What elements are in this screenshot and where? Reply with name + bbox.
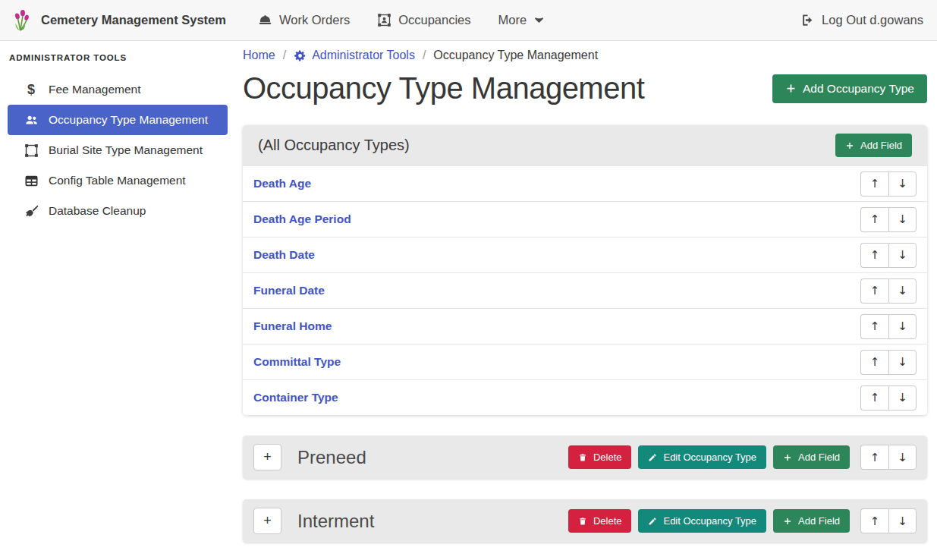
add-field-button[interactable]: Add Field <box>773 509 850 533</box>
reorder-controls: ↑ ↓ <box>860 314 917 339</box>
trash-icon <box>578 453 587 462</box>
sidebar-item-config-table-management[interactable]: Config Table Management <box>8 165 228 196</box>
plus-icon <box>785 83 797 94</box>
gear-icon <box>294 49 307 62</box>
reorder-controls: ↑ ↓ <box>860 243 917 268</box>
move-up-button[interactable]: ↑ <box>860 243 888 268</box>
section-title: Interment <box>297 511 568 532</box>
frame-icon <box>23 143 39 158</box>
field-row: Container Type ↑ ↓ <box>243 379 927 415</box>
delete-label: Delete <box>593 515 622 527</box>
field-link-death-age-period[interactable]: Death Age Period <box>253 212 351 226</box>
main-content: Home / Administrator Tools / Occupancy T… <box>235 41 937 560</box>
move-down-button[interactable]: ↓ <box>888 207 917 232</box>
field-row: Committal Type ↑ ↓ <box>243 344 927 379</box>
sidebar-item-label: Fee Management <box>49 83 141 96</box>
sidebar-item-fee-management[interactable]: $ Fee Management <box>8 74 228 105</box>
add-occupancy-type-button[interactable]: Add Occupancy Type <box>772 74 927 103</box>
field-link-container-type[interactable]: Container Type <box>253 391 338 404</box>
move-up-button[interactable]: ↑ <box>860 314 888 339</box>
sidebar-item-database-cleanup[interactable]: Database Cleanup <box>8 196 228 226</box>
field-link-funeral-home[interactable]: Funeral Home <box>253 319 332 333</box>
breadcrumb-current-label: Occupancy Type Management <box>433 49 598 62</box>
pencil-icon <box>648 453 657 462</box>
move-down-button[interactable]: ↓ <box>888 445 917 470</box>
field-link-death-age[interactable]: Death Age <box>253 177 311 190</box>
section-preneed: + Preneed Delete Edit Occupancy Type <box>243 436 927 479</box>
move-down-button[interactable]: ↓ <box>888 508 917 533</box>
move-down-button[interactable]: ↓ <box>888 171 917 197</box>
delete-button[interactable]: Delete <box>568 509 632 533</box>
move-up-button[interactable]: ↑ <box>860 385 888 411</box>
sidebar-item-label: Config Table Management <box>49 174 186 187</box>
move-down-button[interactable]: ↓ <box>888 278 917 304</box>
chevron-down-icon <box>533 14 545 26</box>
move-up-button[interactable]: ↑ <box>860 445 888 470</box>
nav-occupancies-label: Occupancies <box>398 13 470 27</box>
move-up-button[interactable]: ↑ <box>860 508 888 533</box>
breadcrumb-admin-tools-link[interactable]: Administrator Tools <box>294 49 415 62</box>
edit-occupancy-type-label: Edit Occupancy Type <box>663 515 756 527</box>
field-row: Death Age Period ↑ ↓ <box>243 201 927 237</box>
pencil-icon <box>648 517 657 526</box>
sidebar-item-label: Occupancy Type Management <box>49 113 208 127</box>
logout-button[interactable]: Log Out d.gowans <box>800 13 923 27</box>
edit-occupancy-type-button[interactable]: Edit Occupancy Type <box>638 509 766 533</box>
field-row: Death Age ↑ ↓ <box>243 165 927 201</box>
breadcrumb-admin-tools-label: Administrator Tools <box>312 49 415 62</box>
breadcrumb-home-link[interactable]: Home <box>243 49 275 62</box>
brand[interactable]: Cemetery Management System <box>11 8 226 33</box>
reorder-controls: ↑ ↓ <box>860 350 917 375</box>
plus-icon <box>783 517 792 526</box>
sidebar-item-occupancy-type-management[interactable]: Occupancy Type Management <box>8 105 228 135</box>
add-field-button[interactable]: Add Field <box>835 134 912 157</box>
logout-label: Log Out d.gowans <box>822 13 923 27</box>
nav-work-orders-label: Work Orders <box>279 13 350 27</box>
hard-hat-icon <box>258 13 272 27</box>
move-down-button[interactable]: ↓ <box>888 350 917 375</box>
delete-label: Delete <box>593 451 622 463</box>
move-up-button[interactable]: ↑ <box>860 171 888 197</box>
edit-occupancy-type-button[interactable]: Edit Occupancy Type <box>638 445 766 469</box>
add-field-label: Add Field <box>860 140 902 151</box>
move-up-button[interactable]: ↑ <box>860 350 888 375</box>
broom-icon <box>23 203 39 219</box>
breadcrumb-home-label: Home <box>243 49 275 62</box>
move-up-button[interactable]: ↑ <box>860 278 888 304</box>
move-down-button[interactable]: ↓ <box>888 314 917 339</box>
field-row: Death Date ↑ ↓ <box>243 237 927 272</box>
tulip-logo-icon <box>11 8 33 33</box>
move-up-button[interactable]: ↑ <box>860 207 888 232</box>
expand-button[interactable]: + <box>253 508 281 534</box>
sign-out-icon <box>800 13 815 27</box>
nav-more-label: More <box>498 13 527 27</box>
page-header: Occupancy Type Management Add Occupancy … <box>243 71 927 105</box>
all-occupancy-types-panel: (All Occupancy Types) Add Field Death Ag… <box>243 125 927 415</box>
app-title: Cemetery Management System <box>41 13 226 27</box>
plus-icon <box>783 453 792 462</box>
top-navbar: Cemetery Management System Work Orders <box>0 0 937 41</box>
delete-button[interactable]: Delete <box>568 445 632 469</box>
reorder-controls: ↑ ↓ <box>860 445 917 470</box>
section-actions: Delete Edit Occupancy Type Add Field <box>568 508 917 533</box>
sidebar: ADMINISTRATOR TOOLS $ Fee Management Occ… <box>0 41 235 560</box>
add-field-label: Add Field <box>798 515 840 527</box>
nav-more[interactable]: More <box>498 13 546 27</box>
field-link-committal-type[interactable]: Committal Type <box>253 355 341 369</box>
add-field-label: Add Field <box>798 451 840 463</box>
field-link-death-date[interactable]: Death Date <box>253 248 315 262</box>
sidebar-item-burial-site-type-management[interactable]: Burial Site Type Management <box>8 135 228 165</box>
move-down-button[interactable]: ↓ <box>888 243 917 268</box>
breadcrumb: Home / Administrator Tools / Occupancy T… <box>243 49 927 62</box>
move-down-button[interactable]: ↓ <box>888 385 917 411</box>
nav-occupancies[interactable]: Occupancies <box>377 13 470 27</box>
field-link-funeral-date[interactable]: Funeral Date <box>253 284 325 297</box>
expand-button[interactable]: + <box>253 444 281 470</box>
section-actions: Delete Edit Occupancy Type Add Field <box>568 445 917 470</box>
app-window: Cemetery Management System Work Orders <box>0 0 937 560</box>
nav-work-orders[interactable]: Work Orders <box>258 13 350 27</box>
occupancy-frame-icon <box>377 13 391 27</box>
reorder-controls: ↑ ↓ <box>860 508 917 533</box>
add-field-button[interactable]: Add Field <box>773 445 850 469</box>
breadcrumb-current: Occupancy Type Management <box>433 49 598 62</box>
